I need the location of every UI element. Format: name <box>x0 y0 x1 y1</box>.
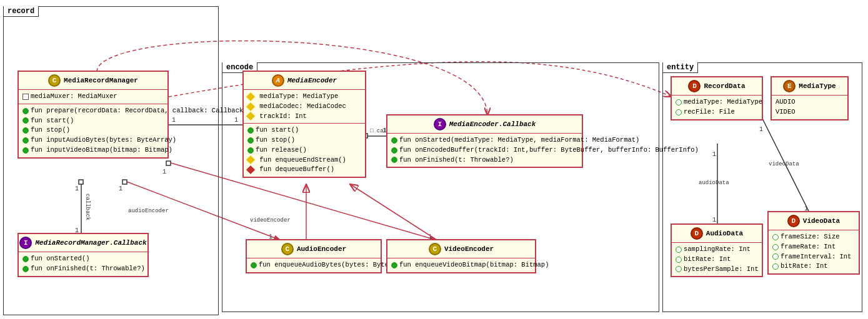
icon-diamond-yellow <box>246 92 255 101</box>
diagram: 1 1 □ callback 1 callback 1 1 audioEncod… <box>0 0 868 319</box>
class-fields-RecordData: mediaType: MediaType recFile: File <box>672 96 762 119</box>
method-release-me: fun release() <box>247 145 361 155</box>
class-AudioData: D AudioData samplingRate: Int bitRate: I… <box>671 223 763 277</box>
class-MediaEncoder: A MediaEncoder mediaType: MediaType medi… <box>242 71 366 178</box>
method-start-me: fun start() <box>247 125 361 135</box>
icon-diamond-yellow <box>246 155 255 164</box>
icon-circle-white <box>676 109 682 115</box>
class-fields-MediaEncoder: mediaType: MediaType mediaCodec: MediaCo… <box>244 90 365 124</box>
method-onFinished-mec: fun onFinished(t: Throwable?) <box>391 155 578 165</box>
method-prepare: fun prepare(recordData: RecordData, call… <box>22 106 164 116</box>
class-MediaType: E MediaType AUDIO VIDEO <box>771 76 849 120</box>
class-methods-MediaRecordManager: fun prepare(recordData: RecordData, call… <box>19 104 167 157</box>
class-methods-MediaEncoderCallback: fun onStarted(mediaType: MediaType, medi… <box>387 134 582 167</box>
method-stop-me: fun stop() <box>247 135 361 145</box>
package-record-label: record <box>4 6 39 17</box>
class-MediaRecordManager: C MediaRecordManager mediaMuxer: MediaMu… <box>17 71 169 159</box>
class-name-RecordData: RecordData <box>704 82 745 90</box>
icon-green <box>22 117 29 124</box>
class-fields-AudioData: samplingRate: Int bitRate: Int bytesPerS… <box>672 243 762 276</box>
method-inputAudioBytes: fun inputAudioBytes(bytes: ByteArray) <box>22 135 164 145</box>
class-name-VideoData: VideoData <box>803 217 840 225</box>
class-methods-VideoEncoder: fun enqueueVideoBitmap(bitmap: Bitmap) <box>387 258 535 272</box>
class-methods-AudioEncoder: fun enqueueAudioBytes(bytes: ByteArray) <box>247 258 381 272</box>
package-entity-label: entity <box>663 62 698 73</box>
class-header-AudioEncoder: C AudioEncoder <box>247 240 381 258</box>
icon-green <box>22 137 29 144</box>
icon-a-MediaEncoder: A <box>272 74 284 87</box>
field-frameSize: frameSize: Size <box>772 232 855 242</box>
class-VideoEncoder: C VideoEncoder fun enqueueVideoBitmap(bi… <box>386 239 536 273</box>
class-name-MediaRecordManager: MediaRecordManager <box>64 77 138 84</box>
class-methods-MediaRecordManagerCallback: fun onStarted() fun onFinished(t: Throwa… <box>19 252 147 276</box>
class-header-VideoEncoder: C VideoEncoder <box>387 240 535 258</box>
field-frameInterval: frameInterval: Int <box>772 252 855 262</box>
icon-green <box>391 157 397 163</box>
icon-green <box>391 137 397 144</box>
field-mediaMuxer: mediaMuxer: MediaMuxer <box>22 92 164 102</box>
class-header-MediaRecordManager: C MediaRecordManager <box>19 72 167 90</box>
class-name-VideoEncoder: VideoEncoder <box>444 245 494 253</box>
class-header-VideoData: D VideoData <box>769 212 859 230</box>
class-header-MediaType: E MediaType <box>772 77 847 96</box>
field-mediaType-rd: mediaType: MediaType <box>676 97 758 107</box>
icon-diamond-yellow <box>246 102 255 111</box>
icon-circle-white <box>772 263 779 270</box>
icon-d-AudioData: D <box>691 227 703 240</box>
icon-green <box>22 127 29 134</box>
method-onStarted-mrmc: fun onStarted() <box>22 254 144 264</box>
class-RecordData: D RecordData mediaType: MediaType recFil… <box>671 76 763 120</box>
field-bytesPerSample: bytesPerSample: Int <box>676 265 758 275</box>
icon-green <box>247 147 254 154</box>
method-onStarted-mec: fun onStarted(mediaType: MediaType, medi… <box>391 135 578 145</box>
icon-circle-white <box>676 247 682 253</box>
icon-green <box>251 262 257 268</box>
icon-green <box>22 147 29 154</box>
class-methods-MediaEncoder: fun start() fun stop() fun release() fun… <box>244 124 365 177</box>
enum-body-MediaType: AUDIO VIDEO <box>772 96 847 119</box>
field-bitRate-vd: bitRate: Int <box>772 262 855 272</box>
icon-diamond-yellow <box>246 112 255 120</box>
class-header-MediaEncoder: A MediaEncoder <box>244 72 365 90</box>
icon-green <box>247 137 254 144</box>
class-header-MediaRecordManagerCallback: I MediaRecordManager.Callback <box>19 234 147 252</box>
class-VideoData: D VideoData frameSize: Size frameRate: I… <box>767 211 860 275</box>
field-mediaCodec: mediaCodec: MediaCodec <box>247 102 361 112</box>
method-enqueueVideoBitmap: fun enqueueVideoBitmap(bitmap: Bitmap) <box>391 260 531 270</box>
icon-green <box>22 108 29 114</box>
class-MediaRecordManagerCallback: I MediaRecordManager.Callback fun onStar… <box>17 233 149 277</box>
method-onFinished-mrmc: fun onFinished(t: Throwable?) <box>22 264 144 274</box>
icon-circle-white <box>772 234 779 240</box>
class-name-MediaEncoderCallback: MediaEncoder.Callback <box>449 120 536 128</box>
icon-d-RecordData: D <box>688 80 701 92</box>
class-header-MediaEncoderCallback: I MediaEncoder.Callback <box>387 115 582 134</box>
class-header-AudioData: D AudioData <box>672 225 762 243</box>
class-name-MediaEncoder: MediaEncoder <box>287 77 337 84</box>
icon-square-white <box>22 94 29 100</box>
icon-e-MediaType: E <box>783 80 796 92</box>
method-stop: fun stop() <box>22 125 164 135</box>
enum-VIDEO: VIDEO <box>776 107 844 117</box>
icon-green <box>391 147 397 154</box>
icon-green <box>22 266 29 272</box>
icon-green <box>22 256 29 262</box>
field-mediaType: mediaType: MediaType <box>247 92 361 102</box>
icon-circle-white <box>676 266 682 272</box>
method-dequeueBuffer: fun dequeueBuffer() <box>247 165 361 175</box>
icon-green <box>247 127 254 134</box>
class-fields-VideoData: frameSize: Size frameRate: Int frameInte… <box>769 230 859 273</box>
icon-c-AudioEncoder: C <box>281 243 294 255</box>
enum-AUDIO: AUDIO <box>776 97 844 107</box>
field-bitRate-ad: bitRate: Int <box>676 255 758 265</box>
icon-i-MediaEncoderCallback: I <box>434 118 446 130</box>
class-name-MediaType: MediaType <box>799 82 836 90</box>
icon-circle-white <box>772 253 779 260</box>
method-enqueueAudioBytes: fun enqueueAudioBytes(bytes: ByteArray) <box>251 260 377 270</box>
icon-circle-white <box>676 99 682 106</box>
method-enqueueEndStream: fun enqueueEndStream() <box>247 155 361 165</box>
method-start: fun start() <box>22 116 164 126</box>
icon-c-VideoEncoder: C <box>429 243 441 255</box>
class-header-RecordData: D RecordData <box>672 77 762 96</box>
method-onEncodedBuffer: fun onEncodedBuffer(trackId: Int,buffer:… <box>391 145 578 155</box>
class-name-MediaRecordManagerCallback: MediaRecordManager.Callback <box>35 239 146 247</box>
